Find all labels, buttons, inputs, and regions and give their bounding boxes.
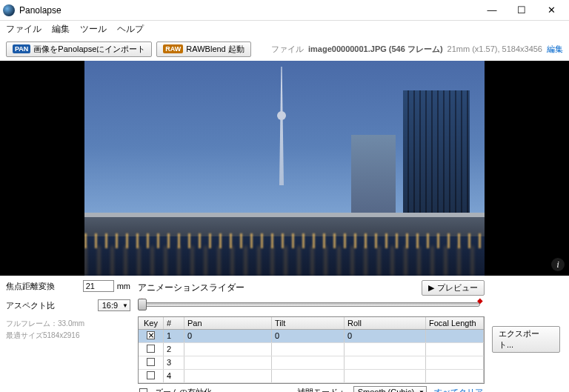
table-row[interactable]: 3 [139, 356, 484, 370]
focal-label: 焦点距離変換 [6, 281, 80, 292]
play-icon: ▶ [428, 283, 434, 293]
table-header: Key # Pan Tilt Roll Focal Length [139, 317, 484, 330]
export-button[interactable]: エクスポート... [492, 326, 560, 353]
file-edit-link[interactable]: 編集 [547, 44, 563, 55]
raw-badge: RAW [163, 44, 183, 53]
focal-unit: mm [117, 282, 130, 290]
row-pan[interactable] [184, 356, 272, 369]
row-roll[interactable] [345, 343, 426, 356]
menu-tool[interactable]: ツール [80, 23, 107, 36]
table-row[interactable]: 2 [139, 343, 484, 356]
rawblend-label: RAWBlend 起動 [186, 44, 244, 55]
animation-slider[interactable]: ◆ ◆ [138, 297, 485, 312]
row-tilt[interactable] [272, 343, 345, 356]
row-num: 3 [164, 356, 184, 369]
col-fl[interactable]: Focal Length [426, 317, 484, 329]
zoom-enable-label: ズームの有効化 [155, 387, 212, 393]
titlebar: Panolapse — ☐ ✕ [0, 0, 569, 21]
row-pan[interactable] [184, 343, 272, 356]
close-button[interactable]: ✕ [536, 1, 566, 20]
keyframe-mark-end[interactable]: ◆ [477, 296, 483, 305]
aspect-select[interactable]: 16:9 ▼ [98, 299, 130, 311]
row-key-checkbox[interactable] [147, 331, 155, 339]
preview-btn-label: プレビュー [437, 282, 478, 293]
lower-panel: 焦点距離変換 mm アスペクト比 16:9 ▼ フルフレーム：33.0mm 最適… [0, 276, 569, 392]
import-label: 画像をPanolapseにインポート [33, 44, 145, 55]
row-num: 2 [164, 343, 184, 356]
menu-edit[interactable]: 編集 [52, 23, 70, 36]
rawblend-button[interactable]: RAW RAWBlend 起動 [156, 41, 250, 57]
minimize-button[interactable]: — [477, 1, 507, 20]
slider-knob[interactable] [138, 299, 147, 310]
app-icon [3, 4, 15, 16]
maximize-button[interactable]: ☐ [507, 1, 536, 20]
menu-file[interactable]: ファイル [6, 23, 41, 36]
preview-area: i [0, 61, 569, 276]
pan-badge: PAN [13, 44, 30, 53]
aspect-label: アスペクト比 [6, 300, 95, 311]
row-key-checkbox[interactable] [147, 371, 155, 379]
table-row[interactable]: 4 [139, 370, 484, 383]
preview-button[interactable]: ▶ プレビュー [422, 280, 485, 296]
clear-all-link[interactable]: すべてクリア [434, 387, 483, 393]
row-tilt[interactable]: 0 [272, 330, 345, 342]
export-label: エクスポート... [499, 328, 553, 351]
menubar: ファイル 編集 ツール ヘルプ [0, 21, 569, 37]
row-pan[interactable]: 0 [184, 330, 272, 342]
row-num: 4 [164, 370, 184, 382]
row-tilt[interactable] [272, 356, 345, 369]
row-tilt[interactable] [272, 370, 345, 382]
left-panel: 焦点距離変換 mm アスペクト比 16:9 ▼ フルフレーム：33.0mm 最適… [6, 280, 130, 392]
col-tilt[interactable]: Tilt [272, 317, 345, 329]
row-fl[interactable] [426, 370, 484, 382]
hint-fullframe: フルフレーム：33.0mm [6, 319, 130, 329]
right-panel: エクスポート... [492, 280, 563, 392]
table-row[interactable]: 1000 [139, 330, 484, 343]
file-prefix: ファイル [271, 44, 304, 55]
focal-input[interactable] [83, 280, 114, 292]
window-title: Panolapse [19, 5, 477, 16]
window-buttons: — ☐ ✕ [477, 1, 566, 20]
row-key-checkbox[interactable] [147, 358, 155, 366]
keyframe-table: Key # Pan Tilt Roll Focal Length 1000234 [138, 316, 485, 384]
file-name: image00000001.JPG (546 フレーム) [308, 44, 443, 55]
col-key[interactable]: Key [139, 317, 164, 329]
interp-select[interactable]: Smooth (Cubic) ▼ [353, 386, 427, 392]
row-key-checkbox[interactable] [147, 345, 155, 353]
col-num[interactable]: # [164, 317, 184, 329]
row-roll[interactable]: 0 [345, 330, 426, 342]
row-fl[interactable] [426, 330, 484, 342]
interp-label: 補間モード： [297, 387, 346, 393]
preview-image[interactable] [84, 61, 485, 276]
aspect-value: 16:9 [102, 301, 118, 310]
toolbar: PAN 画像をPanolapseにインポート RAW RAWBlend 起動 フ… [0, 37, 569, 61]
import-button[interactable]: PAN 画像をPanolapseにインポート [6, 41, 152, 57]
chevron-down-icon: ▼ [419, 389, 425, 393]
table-footer: ズームの有効化 補間モード： Smooth (Cubic) ▼ すべてクリア [138, 384, 485, 392]
center-panel: アニメーションスライダー ▶ プレビュー ◆ ◆ Key # Pan Tilt … [138, 280, 485, 392]
row-roll[interactable] [345, 370, 426, 382]
col-pan[interactable]: Pan [184, 317, 272, 329]
zoom-enable-checkbox[interactable] [139, 388, 147, 393]
col-roll[interactable]: Roll [345, 317, 426, 329]
info-icon[interactable]: i [551, 258, 565, 271]
row-fl[interactable] [426, 356, 484, 369]
file-info: ファイル image00000001.JPG (546 フレーム) 21mm (… [271, 44, 563, 55]
chevron-down-icon: ▼ [122, 302, 128, 309]
slider-label: アニメーションスライダー [138, 282, 422, 294]
file-meta: 21mm (x1.57), 5184x3456 [447, 44, 542, 53]
row-roll[interactable] [345, 356, 426, 369]
hint-bestsize: 最適サイズ5184x2916 [6, 330, 130, 341]
menu-help[interactable]: ヘルプ [117, 23, 144, 36]
interp-value: Smooth (Cubic) [358, 388, 414, 392]
row-num: 1 [164, 330, 184, 342]
row-pan[interactable] [184, 370, 272, 382]
row-fl[interactable] [426, 343, 484, 356]
